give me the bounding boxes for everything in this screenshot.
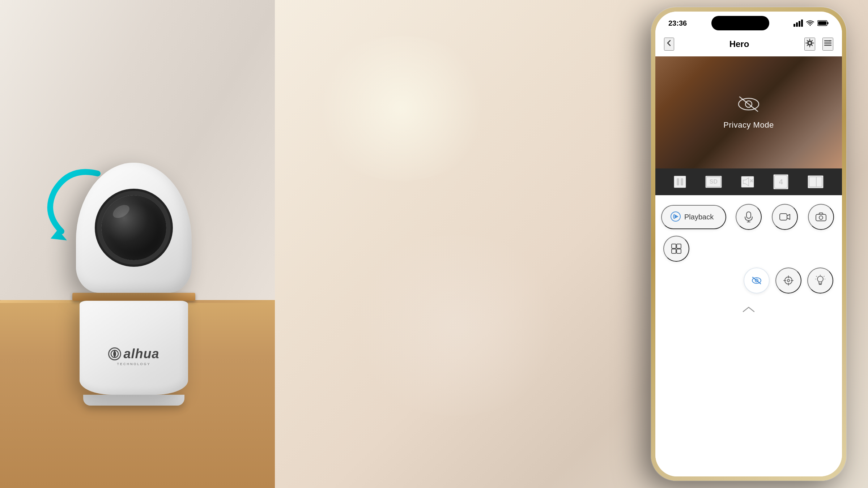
- status-time: 23:36: [668, 19, 687, 27]
- header-icons: [804, 38, 833, 51]
- app-title: Hero: [729, 39, 749, 49]
- chevron-up-container: [661, 299, 836, 321]
- sd-button[interactable]: SD: [705, 176, 722, 188]
- svg-rect-29: [677, 249, 681, 253]
- bottom-panel: Playback: [655, 195, 842, 476]
- brand-name: alhua: [123, 346, 159, 361]
- video-area: Privacy Mode: [655, 56, 842, 168]
- svg-marker-0: [51, 230, 67, 240]
- action-grid-row2: [661, 267, 836, 294]
- status-icons: [793, 20, 829, 27]
- album-button-container: [661, 236, 692, 262]
- svg-line-12: [740, 97, 758, 111]
- dahua-emblem-icon: [110, 349, 120, 359]
- snapshot-button-container: [806, 204, 836, 230]
- svg-rect-3: [827, 22, 829, 24]
- svg-line-43: [824, 276, 824, 277]
- split-view-button[interactable]: [808, 175, 824, 188]
- menu-list-icon: [823, 38, 833, 48]
- status-bar: 23:36: [655, 12, 842, 32]
- svg-rect-27: [677, 244, 681, 248]
- light-button[interactable]: [807, 267, 833, 294]
- privacy-mode-text: Privacy Mode: [723, 120, 774, 130]
- svg-point-39: [817, 276, 823, 282]
- bulb-icon: [815, 275, 825, 286]
- action-grid-row1: Playback: [661, 204, 836, 262]
- album-grid-icon: [671, 243, 682, 254]
- mic-button-container: [733, 204, 764, 230]
- back-button[interactable]: [664, 38, 674, 51]
- phone-screen: 23:36: [655, 12, 842, 476]
- battery-icon: [817, 20, 829, 26]
- playback-label: Playback: [684, 213, 714, 221]
- chevron-up-icon: [741, 305, 756, 314]
- svg-rect-23: [780, 214, 787, 220]
- album-button[interactable]: [663, 236, 689, 262]
- camera-lens: [101, 195, 166, 260]
- camera-ring: [72, 293, 195, 301]
- privacy-toggle-container: [744, 267, 770, 294]
- mute-button[interactable]: [741, 176, 754, 188]
- logo-circle: [108, 347, 121, 360]
- split-view-icon: [808, 176, 823, 188]
- right-section: 23:36: [275, 0, 868, 488]
- record-camera-icon: [779, 212, 791, 222]
- camera-icon: [815, 212, 827, 222]
- microphone-icon: [744, 211, 754, 223]
- ptz-button-container: [775, 267, 801, 294]
- phone-frame: 23:36: [651, 7, 846, 481]
- brand-sub: TECHNOLOGY: [117, 362, 150, 366]
- bg-blur-1: [311, 36, 492, 181]
- svg-rect-17: [809, 177, 822, 187]
- svg-point-5: [808, 42, 811, 44]
- playback-play-icon: [671, 211, 681, 222]
- brand-logo: alhua TECHNOLOGY: [108, 346, 159, 366]
- signal-bars-icon: [793, 20, 803, 27]
- mute-icon: [742, 177, 753, 187]
- privacy-toggle-button[interactable]: [744, 267, 770, 294]
- playback-button[interactable]: Playback: [661, 205, 726, 229]
- svg-rect-26: [672, 244, 676, 248]
- sd-badge: SD: [706, 176, 721, 187]
- camera-feet: [83, 395, 184, 406]
- svg-line-42: [816, 276, 817, 277]
- menu-button[interactable]: [822, 38, 833, 51]
- dynamic-island: [711, 16, 769, 30]
- record-button-container: [770, 204, 800, 230]
- controls-bar: SD 4: [655, 168, 842, 195]
- settings-button[interactable]: [804, 38, 815, 51]
- camera-base: alhua TECHNOLOGY: [80, 301, 188, 395]
- svg-rect-4: [818, 21, 826, 25]
- pause-icon: [675, 176, 685, 187]
- light-button-container: [807, 267, 833, 294]
- crosshair-icon: [783, 275, 794, 286]
- app-header: Hero: [655, 32, 842, 56]
- privacy-eye-icon: [736, 95, 761, 113]
- quality-button[interactable]: 4: [773, 174, 788, 189]
- svg-point-25: [819, 216, 823, 219]
- playback-container: Playback: [661, 204, 728, 230]
- camera-container: alhua TECHNOLOGY: [29, 163, 239, 408]
- svg-rect-20: [746, 212, 751, 218]
- quality-badge: 4: [774, 175, 788, 189]
- mic-button[interactable]: [736, 204, 762, 230]
- svg-point-34: [787, 279, 790, 282]
- bg-blur-2: [347, 235, 564, 416]
- svg-rect-14: [681, 178, 683, 185]
- svg-rect-13: [677, 178, 679, 185]
- svg-rect-28: [672, 249, 676, 253]
- record-button[interactable]: [772, 204, 798, 230]
- svg-rect-24: [816, 214, 826, 221]
- snapshot-button[interactable]: [808, 204, 834, 230]
- ptz-button[interactable]: [775, 267, 801, 294]
- gear-icon: [805, 38, 814, 48]
- left-section: alhua TECHNOLOGY: [0, 0, 275, 488]
- pause-button[interactable]: [674, 176, 686, 188]
- eye-off-icon: [751, 276, 762, 285]
- wifi-icon: [806, 20, 814, 27]
- playback-icon: [671, 211, 681, 223]
- back-chevron-icon: [665, 39, 673, 47]
- collapse-button[interactable]: [741, 305, 756, 315]
